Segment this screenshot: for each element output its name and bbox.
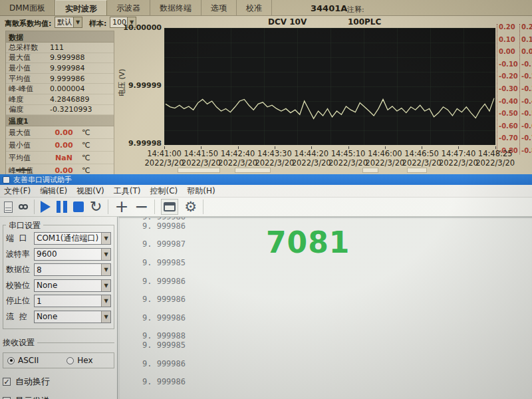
chevron-down-icon[interactable]: ▼: [101, 249, 110, 260]
chevron-down-icon[interactable]: ▼: [101, 280, 110, 291]
stats-row: 最大值9.999988: [6, 53, 114, 64]
stats-row: 峰度4.2846889: [6, 94, 114, 105]
toolbar-separator: [154, 200, 155, 214]
zoom-in-icon[interactable]: +: [114, 199, 128, 215]
waveform-plot[interactable]: [164, 28, 495, 145]
mean-select[interactable]: 默认 ▼: [55, 17, 82, 28]
dcv-mode-label: DCV 10V: [268, 17, 307, 27]
right-axis-tick: -0.50: [497, 110, 519, 117]
tab-示波器[interactable]: 示波器: [107, 0, 150, 15]
chevron-down-icon[interactable]: ▼: [101, 311, 110, 323]
right-axis-tick: -0.70: [497, 135, 519, 142]
right-axis-tick: -0.30: [520, 86, 532, 92]
sample-label: 样本:: [89, 19, 106, 29]
stat-value: 9.999988: [50, 53, 114, 62]
y-tick-top: 10.00000: [122, 23, 162, 32]
toolbar-separator: [34, 200, 35, 214]
window-panel-icon[interactable]: [161, 199, 178, 215]
port-setting-value: 9600: [35, 249, 101, 259]
port-setting-value: COM1(通信端口): [35, 233, 101, 244]
chevron-down-icon[interactable]: ▼: [101, 264, 110, 275]
temp1-header: 温度1: [6, 115, 114, 126]
port-setting-select[interactable]: 9600▼: [34, 248, 111, 261]
tab-实时波形[interactable]: 实时波形: [55, 0, 107, 15]
port-setting-value: None: [35, 312, 101, 321]
stop-icon[interactable]: [73, 199, 84, 215]
play-icon[interactable]: [41, 199, 51, 215]
chevron-down-icon[interactable]: ▼: [73, 17, 82, 27]
refresh-icon[interactable]: ↻: [90, 199, 102, 215]
reading-line: 9. 999986: [142, 277, 532, 287]
right-axis-tick: -0.10: [520, 61, 532, 68]
right-axis-tick: 0.10: [497, 37, 519, 43]
tab-bar: DMM面板实时波形示波器数据终端选项校准: [0, 0, 532, 16]
port-setting-row: 流 控None▼: [6, 309, 111, 325]
right-axis-tick: 0.00: [520, 49, 532, 55]
reading-line: 9. 999985: [142, 259, 532, 268]
receive-text-area[interactable]: 9. 9999869. 999986 9. 999987 9. 999985 9…: [118, 217, 532, 399]
toolbar-separator: [108, 200, 108, 214]
port-setting-row: 端 口COM1(通信端口)▼: [6, 231, 111, 247]
port-setting-value: 8: [35, 265, 101, 275]
reading-line: 9. 999986: [142, 314, 532, 323]
showsend-checkbox-row[interactable]: 显示发送: [3, 395, 114, 399]
right-axis-tick: -0.30: [497, 86, 519, 92]
stat-label: 最大值: [6, 53, 50, 63]
right-axis-tick: -0.60: [497, 123, 519, 130]
port-setting-select[interactable]: COM1(通信端口)▼: [34, 232, 111, 245]
serial-settings-panel: 串口设置 端 口COM1(通信端口)▼波特率9600▼数据位8▼校验位None▼…: [0, 217, 118, 399]
port-setting-value: None: [35, 281, 101, 290]
checkbox-checked-icon[interactable]: ✓: [3, 378, 11, 386]
strip-box: [235, 168, 271, 173]
temp-unit: ℃: [78, 128, 90, 137]
right-axis-clipped: 0.200.100.00-0.10-0.20-0.30-0.40-0.50-0.…: [519, 24, 532, 154]
autowrap-checkbox-row[interactable]: ✓ 自动换行: [3, 376, 114, 388]
port-settings-group: 串口设置 端 口COM1(通信端口)▼波特率9600▼数据位8▼校验位None▼…: [3, 225, 114, 329]
reading-line: 9. 999986: [142, 378, 532, 387]
tab-校准[interactable]: 校准: [237, 0, 272, 15]
tab-DMM面板[interactable]: DMM面板: [0, 0, 55, 15]
port-setting-select[interactable]: None▼: [34, 311, 111, 323]
menu-视[interactable]: 视图(V): [76, 186, 104, 197]
temp-label: 最大值: [6, 128, 50, 138]
reading-line: [142, 350, 532, 360]
instrument-model-label: 34401A: [311, 3, 347, 13]
radio-hex[interactable]: Hex: [66, 356, 92, 365]
zoom-out-icon[interactable]: −: [134, 199, 148, 215]
strip-box: [407, 168, 427, 173]
radio-ascii[interactable]: ASCII: [7, 356, 39, 365]
chevron-down-icon[interactable]: ▼: [101, 233, 110, 244]
chevron-down-icon[interactable]: ▼: [101, 295, 110, 307]
port-setting-select[interactable]: 8▼: [34, 263, 111, 276]
serial-toolbar: ↻ + − ⚙: [0, 198, 532, 217]
tab-数据终端[interactable]: 数据终端: [150, 0, 201, 15]
port-setting-select[interactable]: None▼: [34, 279, 111, 292]
port-setting-select[interactable]: 1▼: [34, 295, 111, 307]
stat-label: 峰-峰值: [6, 84, 50, 94]
port-setting-label: 数据位: [6, 264, 34, 275]
menu-帮[interactable]: 帮助(H): [187, 186, 215, 197]
tab-选项[interactable]: 选项: [201, 0, 237, 15]
settings-gear-icon[interactable]: ⚙: [184, 199, 197, 215]
pause-icon[interactable]: [57, 199, 67, 215]
temp-row: 最大值0.00℃: [6, 126, 114, 139]
reading-line: [142, 268, 532, 277]
menu-控[interactable]: 控制(C): [150, 186, 178, 197]
new-file-icon[interactable]: [4, 199, 13, 215]
reading-line: [142, 323, 532, 332]
port-setting-label: 校验位: [6, 280, 34, 291]
menu-工[interactable]: 工具(T): [114, 186, 141, 197]
reading-line: [142, 305, 532, 314]
right-axis-tick: -0.70: [520, 135, 532, 142]
strip-box: [178, 168, 220, 173]
serial-title-bar[interactable]: 友善串口调试助手: [0, 174, 532, 185]
radio-dot-icon: [7, 357, 15, 364]
voltage-trace: [164, 28, 495, 145]
port-setting-value: 1: [35, 297, 101, 306]
stat-value: 111: [50, 43, 114, 52]
menu-文[interactable]: 文件(F): [4, 186, 31, 197]
record-icon[interactable]: [19, 199, 28, 215]
menu-编[interactable]: 编辑(E): [40, 186, 67, 197]
serial-window-title: 友善串口调试助手: [13, 175, 72, 185]
right-axis-tick: 0.20: [497, 24, 519, 31]
